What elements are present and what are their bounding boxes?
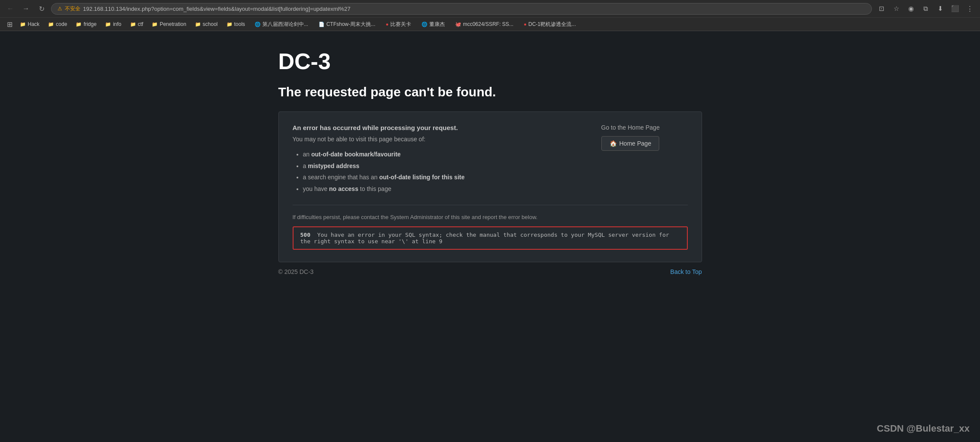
folder-icon: 📁: [76, 22, 82, 27]
translate-button[interactable]: ⊡: [875, 3, 887, 15]
bookmark-dongjie[interactable]: 🌐 董康杰: [417, 20, 449, 29]
forward-button[interactable]: →: [20, 3, 32, 15]
page-content: DC-3 The requested page can't be found. …: [0, 31, 980, 442]
back-button[interactable]: ←: [4, 3, 16, 15]
browser-chrome: ← → ↻ ⚠ 不安全 192.168.110.134/index.php?op…: [0, 0, 980, 31]
browser-actions: ⊡ ☆ ◉ ⧉ ⬇ ⬛ ⋮: [875, 3, 976, 15]
bookmarks-bar: ⊞ 📁 Hack 📁 code 📁 fridge 📁 info 📁 ctf 📁 …: [0, 17, 980, 31]
url-text: 192.168.110.134/index.php?option=com_fie…: [83, 6, 351, 12]
bookmark-bisai[interactable]: ● 比赛关卡: [381, 20, 415, 29]
bookmark-label: 董康杰: [429, 21, 445, 28]
copyright-text: © 2025 DC-3: [278, 268, 314, 275]
bookmark-label: code: [56, 21, 67, 27]
folder-icon: 📁: [195, 22, 201, 27]
bookmark-ctfshow[interactable]: 📄 CTFshow-周末大挑...: [314, 20, 380, 29]
address-bar[interactable]: ⚠ 不安全 192.168.110.134/index.php?option=c…: [51, 3, 872, 15]
bookmark-label: ctf: [138, 21, 144, 27]
error-main-msg: An error has occurred while processing y…: [293, 124, 584, 131]
list-item: an out-of-date bookmark/favourite: [303, 149, 584, 160]
bookmark-label: mcc0624/SSRF: SS...: [463, 21, 514, 27]
folder-icon: 📁: [227, 22, 233, 27]
red-circle-icon: ●: [386, 22, 389, 27]
bookmark-label: Hack: [28, 21, 39, 27]
persist-message: If difficulties persist, please contact …: [293, 214, 688, 220]
github-icon: 🐙: [455, 22, 461, 27]
apps-extension-button[interactable]: ⬛: [949, 3, 961, 15]
bookmark-ctf[interactable]: 📁 ctf: [127, 20, 147, 28]
bookmark-hack[interactable]: 📁 Hack: [16, 20, 43, 28]
home-icon: 🏠: [610, 140, 617, 147]
bookmark-ssrf[interactable]: 🐙 mcc0624/SSRF: SS...: [451, 20, 518, 28]
bookmark-dc1[interactable]: ● DC-1靶机渗透全流...: [520, 20, 581, 29]
bookmark-label: tools: [234, 21, 245, 27]
profile-button[interactable]: ◉: [905, 3, 917, 15]
list-item: you have no access to this page: [303, 183, 584, 195]
folder-icon: 📁: [48, 22, 54, 27]
back-to-top-link[interactable]: Back to Top: [670, 268, 702, 275]
menu-button[interactable]: ⋮: [964, 3, 976, 15]
error-list: an out-of-date bookmark/favourite a mist…: [293, 149, 584, 194]
folder-icon: 📁: [20, 22, 26, 27]
error-right: Go to the Home Page 🏠 Home Page: [601, 124, 688, 194]
bookmark-penetration[interactable]: 📁 Penetration: [148, 20, 189, 28]
bookmark-fridge[interactable]: 📁 fridge: [72, 20, 100, 28]
download-button[interactable]: ⬇: [934, 3, 946, 15]
bookmark-label: Penetration: [160, 21, 186, 27]
bookmark-tools[interactable]: 📁 tools: [223, 20, 249, 28]
browser-toolbar: ← → ↻ ⚠ 不安全 192.168.110.134/index.php?op…: [0, 0, 980, 17]
error-container: DC-3 The requested page can't be found. …: [278, 48, 702, 281]
error-heading: The requested page can't be found.: [278, 85, 702, 99]
page-icon: 📄: [319, 22, 325, 27]
bookmark-label: info: [113, 21, 121, 27]
bookmark-label: 第八届西湖论剑中...: [262, 21, 308, 28]
bookmark-label: DC-1靶机渗透全流...: [528, 21, 576, 28]
bookmark-label: fridge: [83, 21, 96, 27]
folder-icon: 📁: [130, 22, 136, 27]
error-left: An error has occurred while processing y…: [293, 124, 584, 194]
home-page-btn-label: Home Page: [619, 140, 651, 147]
extension-button[interactable]: ⧉: [919, 3, 932, 15]
site-title: DC-3: [278, 48, 702, 74]
globe-icon: 🌐: [255, 22, 261, 27]
bookmark-school[interactable]: 📁 school: [192, 20, 221, 28]
home-page-button[interactable]: 🏠 Home Page: [601, 136, 660, 151]
bookmark-xiluncon[interactable]: 🌐 第八届西湖论剑中...: [250, 20, 313, 29]
error-detail: You have an error in your SQL syntax; ch…: [300, 232, 669, 245]
folder-icon: 📁: [105, 22, 111, 27]
bookmark-code[interactable]: 📁 code: [45, 20, 70, 28]
security-warning-icon: ⚠: [57, 6, 62, 12]
go-to-label: Go to the Home Page: [601, 124, 660, 131]
globe-icon: 🌐: [421, 22, 428, 27]
page-footer: © 2025 DC-3 Back to Top: [278, 262, 702, 281]
bookmark-info[interactable]: 📁 info: [102, 20, 124, 28]
apps-grid-button[interactable]: ⊞: [4, 19, 15, 29]
bookmark-label: 比赛关卡: [390, 21, 411, 28]
reload-button[interactable]: ↻: [35, 3, 48, 15]
bookmark-label: school: [203, 21, 218, 27]
error-sub-msg: You may not be able to visit this page b…: [293, 136, 584, 143]
error-box: An error has occurred while processing y…: [278, 111, 702, 262]
error-code: 500: [300, 232, 310, 238]
red-icon: ●: [524, 22, 527, 27]
list-item: a search engine that has an out-of-date …: [303, 172, 584, 183]
folder-icon: 📁: [152, 22, 158, 27]
list-item: a mistyped address: [303, 160, 584, 172]
error-code-box: 500 You have an error in your SQL syntax…: [293, 226, 688, 250]
bookmark-label: CTFshow-周末大挑...: [326, 21, 375, 28]
bookmark-star-button[interactable]: ☆: [890, 3, 902, 15]
security-warning-label: 不安全: [65, 5, 80, 13]
error-top: An error has occurred while processing y…: [293, 124, 688, 205]
